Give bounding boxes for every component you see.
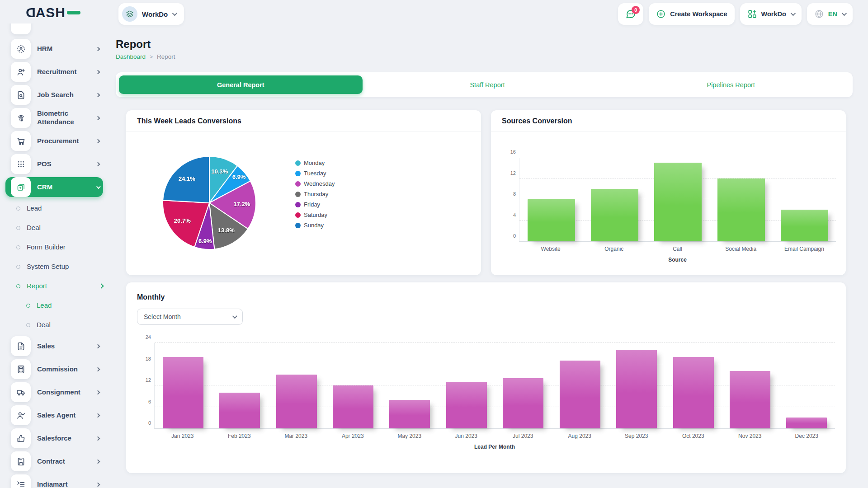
bar-social-media [717, 178, 765, 242]
legend-item-monday[interactable]: Monday [295, 160, 335, 166]
legend-label: Thursday [304, 191, 328, 197]
sidebar-item-report[interactable]: Report [11, 278, 103, 294]
legend-item-thursday[interactable]: Thursday [295, 191, 335, 197]
card-title: Monthly [126, 282, 846, 301]
legend-dot-icon [295, 202, 301, 207]
bar-feb-2023 [219, 393, 260, 428]
sidebar-item-lead[interactable]: Lead [11, 200, 103, 216]
legend-label: Sunday [304, 222, 324, 229]
messages-button[interactable]: 0 [618, 3, 643, 25]
bar-slot [382, 343, 438, 428]
x-label-email-campaign: Email Campaign [773, 246, 836, 252]
workspace-switcher[interactable]: WorkDo [118, 3, 184, 25]
bar-slot [722, 343, 778, 428]
sidebar-item-partial[interactable] [11, 23, 31, 34]
chevron-right-icon [96, 436, 100, 441]
x-label-mar-2023: Mar 2023 [268, 433, 325, 439]
bar-slot [773, 158, 836, 241]
breadcrumb-separator: > [150, 54, 153, 60]
bullet-circle-icon [26, 304, 30, 308]
sidebar-item-label: Commission [37, 365, 96, 374]
sidebar-item-job-search[interactable]: Job Search [11, 85, 103, 105]
grid-plus-icon [747, 9, 757, 19]
x-label-dec-2023: Dec 2023 [778, 433, 835, 439]
axis-caption: Lead Per Month [154, 444, 835, 450]
legend-item-sunday[interactable]: Sunday [295, 222, 335, 229]
y-tick-label: 0 [501, 233, 516, 239]
select-month-dropdown[interactable]: Select Month [137, 309, 243, 325]
bar-slot [552, 343, 608, 428]
x-label-jul-2023: Jul 2023 [495, 433, 552, 439]
sidebar-item-deal[interactable]: Deal [11, 220, 103, 236]
bar-slot [495, 343, 552, 428]
legend-item-friday[interactable]: Friday [295, 201, 335, 208]
tab-general-report[interactable]: General Report [119, 75, 363, 94]
bar-email-campaign [781, 210, 828, 241]
bar-nov-2023 [730, 371, 770, 428]
sidebar-item-lead[interactable]: Lead [11, 297, 103, 314]
sidebar-item-label: Contract [37, 457, 96, 466]
breadcrumb-dashboard[interactable]: Dashboard [116, 53, 146, 60]
create-workspace-label: Create Workspace [670, 10, 727, 18]
sidebar-item-deal[interactable]: Deal [11, 317, 103, 333]
create-workspace-button[interactable]: Create Workspace [649, 3, 734, 25]
bar-apr-2023 [333, 385, 373, 428]
sidebar-item-hrm[interactable]: HRM [11, 39, 103, 59]
bullet-circle-icon [26, 323, 30, 327]
x-label-aug-2023: Aug 2023 [552, 433, 609, 439]
sidebar-item-crm[interactable]: CRM [5, 177, 103, 197]
sidebar-item-commission[interactable]: Commission [11, 359, 103, 379]
legend-item-saturday[interactable]: Saturday [295, 211, 335, 218]
x-label-feb-2023: Feb 2023 [211, 433, 268, 439]
tab-pipelines-report[interactable]: Pipelines Report [609, 72, 853, 97]
sidebar-item-sales[interactable]: Sales [11, 336, 103, 356]
document-icon [11, 336, 31, 356]
workdo-menu-button[interactable]: WorkDo [740, 3, 802, 25]
breadcrumb: Dashboard>Report [116, 53, 175, 60]
sidebar-item-salesforce[interactable]: Salesforce [11, 428, 103, 448]
sidebar-item-label: HRM [37, 45, 96, 53]
legend-dot-icon [295, 192, 301, 197]
app-logo[interactable]: DASH [25, 6, 80, 19]
pie-slice-label: 24.1% [179, 175, 195, 182]
sidebar-item-recruitment[interactable]: Recruitment [11, 62, 103, 82]
messages-badge: 0 [632, 6, 640, 14]
sidebar-item-biometric-attendance[interactable]: Biometric Attendance [11, 108, 103, 128]
sidebar-item-label: Deal [37, 321, 103, 329]
thumbs-up-icon [11, 428, 31, 448]
legend-item-tuesday[interactable]: Tuesday [295, 170, 335, 177]
legend-item-wednesday[interactable]: Wednesday [295, 180, 335, 187]
page-title: Report [116, 38, 151, 51]
chevron-down-icon [232, 314, 237, 319]
sidebar-item-procurement[interactable]: Procurement [11, 131, 103, 151]
language-selector[interactable]: EN [807, 3, 853, 25]
logo-letter: D [25, 6, 36, 19]
sidebar-item-label: Lead [37, 301, 103, 310]
sidebar-item-sales-agent[interactable]: Sales Agent [11, 405, 103, 425]
x-label-jan-2023: Jan 2023 [154, 433, 211, 439]
chevron-right-icon [96, 367, 100, 371]
bar-slot [519, 158, 583, 241]
cart-icon [11, 131, 31, 151]
sidebar-item-contract[interactable]: Contract [11, 451, 103, 471]
legend-dot-icon [295, 171, 301, 176]
gridline [519, 157, 836, 157]
chevron-right-icon [96, 390, 100, 394]
sidebar-item-form-builder[interactable]: Form Builder [11, 239, 103, 255]
x-label-oct-2023: Oct 2023 [665, 433, 722, 439]
chevron-right-icon [96, 162, 100, 166]
bar-organic [591, 189, 638, 241]
sidebar-item-label: Salesforce [37, 434, 96, 443]
logo-dash-bar [67, 11, 80, 14]
sidebar-item-consignment[interactable]: Consignment [11, 382, 103, 402]
x-label-may-2023: May 2023 [381, 433, 438, 439]
sidebar-item-system-setup[interactable]: System Setup [11, 258, 103, 275]
sidebar-item-pos[interactable]: POS [11, 154, 103, 174]
layers-icon [126, 10, 134, 18]
bullet-circle-icon [16, 245, 20, 249]
pie-slice-label: 13.8% [218, 227, 235, 234]
sidebar-item-indiamart[interactable]: Indiamart [11, 474, 103, 488]
tab-staff-report[interactable]: Staff Report [366, 72, 609, 97]
chevron-right-icon [96, 459, 100, 464]
card-title: Sources Conversion [491, 110, 846, 131]
